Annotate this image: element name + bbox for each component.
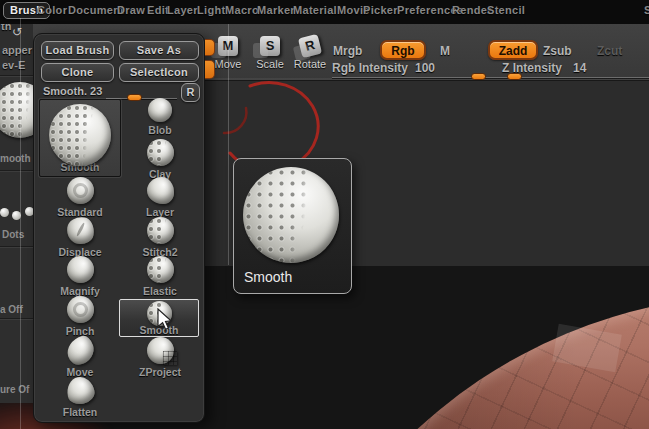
stroke-dots-thumbnail[interactable] <box>25 207 33 216</box>
brush-tile-stitch2[interactable]: Stitch2 <box>119 217 201 258</box>
zadd-button[interactable]: Zadd <box>488 40 538 60</box>
current-brush-thumbnail[interactable] <box>0 82 33 138</box>
brush-tile-label: Blob <box>119 124 201 136</box>
magnify-brush-icon <box>67 256 94 283</box>
brush-tile-layer[interactable]: Layer <box>119 177 201 218</box>
move-brush-icon <box>63 334 96 367</box>
stroke-dots-thumbnail[interactable] <box>0 208 9 217</box>
save-as-button[interactable]: Save As <box>119 41 199 60</box>
hidden-button-fragment-bottom[interactable] <box>205 60 215 79</box>
rotate-key-icon: R <box>298 34 322 58</box>
brush-tile-clay[interactable]: Clay <box>119 139 201 180</box>
brush-tile-label: Elastic <box>119 285 201 297</box>
scale-key-icon: S <box>260 36 280 56</box>
select-icon-button[interactable]: SelectIcon <box>119 63 199 82</box>
brush-tile-zproject[interactable]: ZProject <box>119 337 201 378</box>
menu-light[interactable]: Light <box>197 4 225 16</box>
tray-edge-line <box>20 18 21 429</box>
displace-brush-icon <box>65 215 95 245</box>
brush-tile-displace[interactable]: Displace <box>39 217 121 258</box>
canvas-edge-line <box>228 24 229 265</box>
brush-picker-popup: Load Brush Save As Clone SelectIcon Smoo… <box>33 33 205 423</box>
brush-tile-label: Pinch <box>39 325 121 337</box>
smooth-brush-icon <box>147 301 172 326</box>
brush-tile-smooth-selected[interactable]: Smooth <box>39 99 121 177</box>
rgb-intensity-value: 100 <box>415 61 435 75</box>
brush-tile-blob[interactable]: Blob <box>119 98 201 136</box>
current-brush-label: mooth <box>0 153 31 164</box>
brush-tile-standard[interactable]: Standard <box>39 177 121 218</box>
hidden-button-fragment-top[interactable] <box>205 39 215 56</box>
zproject-brush-icon <box>147 337 174 364</box>
menu-clipped-item[interactable]: S <box>644 4 649 16</box>
brush-tile-label: ZProject <box>119 366 201 378</box>
brush-tile-move[interactable]: Move <box>39 337 121 378</box>
mrgb-button[interactable]: Mrgb <box>333 44 362 58</box>
flatten-brush-icon <box>64 374 96 406</box>
stitch2-brush-icon <box>147 217 174 244</box>
smooth-brush-preview-icon <box>243 167 339 263</box>
menu-edit[interactable]: Edit <box>147 4 169 16</box>
texture-off-label: ure Of <box>0 384 29 395</box>
menu-stencil[interactable]: Stencil <box>487 4 525 16</box>
menu-marker[interactable]: Marker <box>257 4 295 16</box>
clone-button[interactable]: Clone <box>41 63 114 82</box>
clay-brush-icon <box>147 139 174 166</box>
rgb-intensity-slider-handle[interactable] <box>471 73 486 80</box>
tray-divider <box>0 246 33 247</box>
layer-brush-icon <box>147 177 174 204</box>
rgb-intensity-label: Rgb Intensity <box>332 61 408 75</box>
left-tray: th ↺ apper ev-E mooth Dots a Off ure Of <box>0 18 33 403</box>
menu-render[interactable]: Render <box>452 4 492 16</box>
zsub-button[interactable]: Zsub <box>543 44 572 58</box>
standard-brush-icon <box>67 177 94 204</box>
zcut-button[interactable]: Zcut <box>597 44 622 58</box>
brush-tile-flatten[interactable]: Flatten <box>39 377 121 418</box>
menu-picker[interactable]: Picker <box>363 4 398 16</box>
brush-tile-pinch[interactable]: Pinch <box>39 296 121 337</box>
m-button[interactable]: M <box>440 44 450 58</box>
smooth-brush-icon <box>49 104 111 166</box>
brush-size-slider-label: Smooth. 23 <box>43 85 102 97</box>
brush-preview-tooltip: Smooth <box>233 158 352 294</box>
red-paint-stroke <box>200 80 330 166</box>
brush-tile-magnify[interactable]: Magnify <box>39 256 121 297</box>
brush-preview-label: Smooth <box>244 269 292 285</box>
pinch-brush-icon <box>67 296 94 323</box>
elastic-brush-icon <box>147 256 174 283</box>
tray-divider <box>0 170 33 171</box>
menu-document[interactable]: Document <box>68 4 124 16</box>
tray-divider <box>0 318 33 319</box>
menu-bar: Brush Color Document Draw Edit Layer Lig… <box>0 0 649 24</box>
brush-tile-smooth-hover[interactable]: Smooth <box>119 299 199 337</box>
blob-brush-icon <box>148 98 172 122</box>
load-brush-button[interactable]: Load Brush <box>41 41 114 60</box>
brush-tile-label: Flatten <box>39 406 121 418</box>
menu-layer[interactable]: Layer <box>167 4 198 16</box>
brush-tile-elastic[interactable]: Elastic <box>119 256 201 297</box>
menu-macro[interactable]: Macro <box>225 4 259 16</box>
z-intensity-slider-handle[interactable] <box>507 73 522 80</box>
tray-divider <box>0 75 33 76</box>
z-intensity-value: 14 <box>573 61 586 75</box>
rotate-label: Rotate <box>285 58 335 70</box>
intensity-slider-track[interactable] <box>332 77 649 78</box>
menu-color[interactable]: Color <box>37 4 67 16</box>
rgb-button[interactable]: Rgb <box>380 40 426 60</box>
tray-text-fragment-2: apper <box>2 44 32 56</box>
menu-material[interactable]: Material <box>293 4 337 16</box>
tray-text-fragment-3: ev-E <box>2 59 25 71</box>
rotate-button[interactable]: R Rotate <box>285 36 335 70</box>
menu-draw[interactable]: Draw <box>117 4 145 16</box>
